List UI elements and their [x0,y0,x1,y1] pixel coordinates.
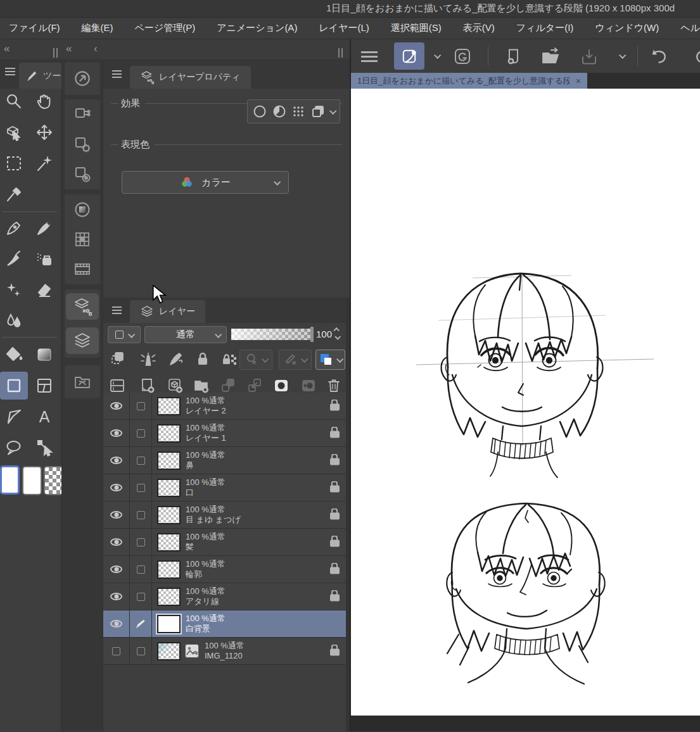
layer-select-checkbox[interactable] [130,420,152,446]
create-layer-mask-icon[interactable] [273,377,290,394]
back-icon[interactable]: ‹ [94,42,98,55]
layer-select-checkbox[interactable] [130,502,152,528]
collapse-dock-icon[interactable]: « [4,42,10,55]
auto-select-tool[interactable] [30,149,58,177]
layer-edit-indicator[interactable] [130,610,152,637]
layer-select-checkbox[interactable] [130,474,152,501]
undo-icon[interactable] [650,47,669,65]
delete-layer-icon[interactable] [326,377,342,394]
menu-item-2[interactable]: 編集(E) [82,22,113,34]
zoom-tool[interactable] [0,87,28,115]
transparent-color-swatch[interactable] [44,466,63,495]
apply-mask-icon-disabled[interactable] [300,377,316,394]
decoration-tool[interactable] [0,276,28,304]
layer-thumbnail[interactable] [157,479,181,497]
object-select-tool[interactable] [0,118,28,146]
material-panel-icon[interactable] [66,369,99,395]
layer-entry[interactable]: 100 %通常髪 [152,529,350,555]
layer-entry[interactable]: 100 %通常目 まゆ まつげ [152,502,350,528]
new-folder-icon[interactable] [193,377,210,394]
layer-visibility-toggle[interactable] [103,610,130,637]
sub-color-swatch[interactable] [22,466,42,495]
brush-tool[interactable] [0,245,28,273]
eraser-tool[interactable] [30,276,58,304]
layer-select-checkbox[interactable] [130,556,152,583]
reference-layer-icon[interactable] [140,351,156,367]
layer-thumbnail[interactable] [157,533,181,552]
layer-entry[interactable]: 100 %通常輪郭 [152,556,350,583]
chevron-down-icon[interactable] [329,108,336,115]
quick-access-icon[interactable] [66,65,99,92]
pen-tool[interactable] [0,214,28,242]
transfer-to-lower-icon-disabled[interactable] [220,377,236,394]
text-tool[interactable]: A [30,403,58,431]
mapping-pen-tool[interactable] [30,214,58,242]
canvas[interactable] [351,89,700,716]
chevron-down-icon[interactable] [619,52,626,59]
layer-row[interactable]: 100 %通常輪郭 [103,556,350,583]
layer-row[interactable]: 100 %通常髪 [103,529,350,556]
layer-color-icon[interactable] [310,104,326,119]
blend-mode-dropdown[interactable]: 通常 [144,326,227,343]
tool-panel-menu-icon[interactable] [5,68,15,69]
current-tool-button[interactable] [394,42,424,70]
layer-select-checkbox[interactable] [130,393,152,419]
menu-item-9[interactable]: ウィンドウ(W) [595,22,659,34]
draft-layer-icon[interactable] [168,351,184,367]
layer-visibility-toggle[interactable] [103,583,130,610]
merge-to-lower-icon-disabled[interactable] [246,377,263,394]
layer-thumbnail[interactable] [157,642,181,660]
layer-thumbnail[interactable] [157,588,181,606]
close-tab-icon[interactable]: × [576,76,581,86]
halftone-dots-icon[interactable] [291,104,306,119]
save-icon-disabled[interactable] [580,48,598,66]
expression-color-dropdown[interactable]: カラー [122,171,289,194]
tab-layer-property[interactable]: レイヤープロパティ [130,66,251,89]
layer-thumbnail[interactable] [157,560,181,579]
layer-thumbnail[interactable] [157,615,181,633]
line-correction-tool[interactable] [0,403,28,431]
frame-border-tool[interactable] [30,372,58,400]
clip-to-layer-below-icon[interactable] [110,351,126,367]
main-menu-icon[interactable] [361,51,378,53]
menu-item-6[interactable]: 選択範囲(S) [391,22,442,34]
gradient-tool[interactable] [30,341,58,369]
color-wheel-icon[interactable] [66,196,99,223]
tone-effect-icon[interactable] [272,104,287,119]
layer-entry[interactable]: 100 %通常鼻 [152,447,350,474]
layer-row[interactable]: 100 %通常目 まゆ まつげ [103,502,350,529]
layer-panel-icon[interactable] [66,327,99,354]
enable-mask-disabled-button[interactable] [239,350,272,370]
layer-row[interactable]: 100 %通常IMG_1120 [103,638,350,665]
menu-item-1[interactable]: ファイル(F) [9,22,60,34]
layer-color-dropdown[interactable] [315,350,345,370]
layer-select-checkbox[interactable] [130,529,152,555]
lock-transparent-pixels-icon[interactable] [221,351,238,367]
opacity-spinner[interactable] [335,327,340,339]
menu-item-3[interactable]: ページ管理(P) [135,22,196,34]
timeline-icon[interactable] [66,256,99,282]
layer-row[interactable]: 100 %通常レイヤー 1 [103,420,350,447]
menu-item-5[interactable]: レイヤー(L) [319,22,369,34]
border-effect-icon[interactable] [252,104,267,119]
layer-row[interactable]: 100 %通常レイヤー 2 [103,393,350,420]
color-set-icon[interactable] [66,226,99,253]
layer-entry[interactable]: 100 %通常白背景 [152,610,350,637]
main-color-swatch[interactable] [0,465,20,495]
clip-studio-logo-icon[interactable] [454,47,471,65]
layer-select-checkbox[interactable] [130,583,152,610]
sub-tool-detail-icon[interactable] [66,161,99,187]
collapse-panel-icon[interactable]: « [66,42,72,55]
layer-thumbnail[interactable] [157,506,181,524]
layer-row[interactable]: 100 %通常白背景 [103,610,350,638]
chevron-down-icon[interactable] [434,52,441,59]
layer-visibility-toggle[interactable] [103,529,130,555]
document-tab[interactable]: 1日目_顔をおおまかに描いてみる_配置を少し意識する段階 × [351,73,587,89]
balloon-tool[interactable] [0,434,28,462]
figure-tool[interactable] [0,372,28,400]
operation-tool[interactable] [30,434,58,462]
ruler-disabled-button[interactable] [279,350,312,370]
panel-menu-icon[interactable] [112,306,122,308]
layer-entry[interactable]: 100 %通常アタリ線 [152,583,350,610]
layer-entry[interactable]: 100 %通常レイヤー 1 [152,420,350,446]
